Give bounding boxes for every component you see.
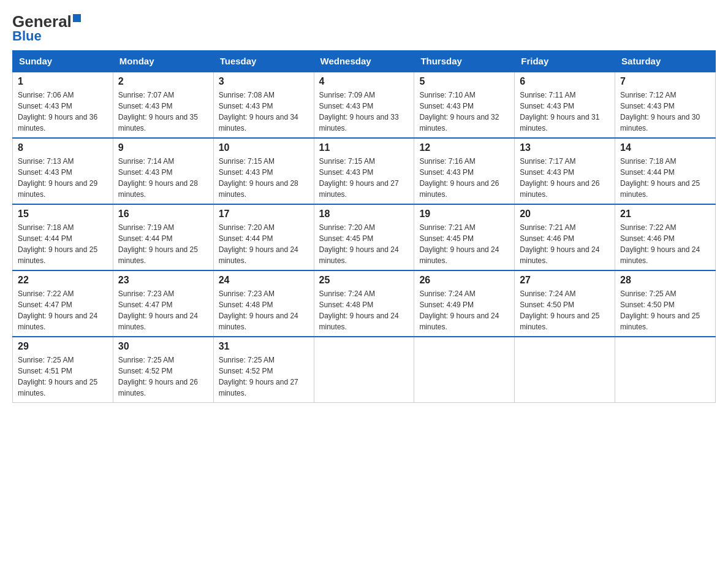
calendar-cell: 31Sunrise: 7:25 AMSunset: 4:52 PMDayligh… — [213, 337, 314, 403]
calendar-cell: 15Sunrise: 7:18 AMSunset: 4:44 PMDayligh… — [13, 204, 113, 270]
calendar-cell — [314, 337, 414, 403]
day-info: Sunrise: 7:15 AMSunset: 4:43 PMDaylight:… — [219, 156, 309, 200]
day-number: 15 — [18, 209, 108, 220]
day-info: Sunrise: 7:15 AMSunset: 4:43 PMDaylight:… — [319, 156, 409, 200]
calendar-cell: 11Sunrise: 7:15 AMSunset: 4:43 PMDayligh… — [314, 138, 414, 204]
day-info: Sunrise: 7:23 AMSunset: 4:47 PMDaylight:… — [118, 288, 208, 332]
calendar-cell: 6Sunrise: 7:11 AMSunset: 4:43 PMDaylight… — [515, 72, 615, 138]
day-number: 1 — [18, 76, 108, 87]
day-info: Sunrise: 7:22 AMSunset: 4:47 PMDaylight:… — [18, 288, 108, 332]
day-info: Sunrise: 7:12 AMSunset: 4:43 PMDaylight:… — [620, 90, 710, 134]
day-number: 23 — [118, 275, 208, 286]
calendar-cell: 19Sunrise: 7:21 AMSunset: 4:45 PMDayligh… — [414, 204, 515, 270]
week-row-4: 22Sunrise: 7:22 AMSunset: 4:47 PMDayligh… — [13, 270, 716, 337]
day-info: Sunrise: 7:24 AMSunset: 4:48 PMDaylight:… — [319, 288, 409, 332]
day-info: Sunrise: 7:24 AMSunset: 4:49 PMDaylight:… — [419, 288, 509, 332]
day-info: Sunrise: 7:21 AMSunset: 4:45 PMDaylight:… — [419, 222, 509, 266]
day-info: Sunrise: 7:10 AMSunset: 4:43 PMDaylight:… — [419, 90, 509, 134]
day-number: 7 — [620, 76, 710, 87]
logo[interactable]: General Blue — [12, 12, 81, 44]
day-info: Sunrise: 7:20 AMSunset: 4:44 PMDaylight:… — [219, 222, 309, 266]
calendar-cell: 12Sunrise: 7:16 AMSunset: 4:43 PMDayligh… — [414, 138, 515, 204]
day-info: Sunrise: 7:08 AMSunset: 4:43 PMDaylight:… — [219, 90, 309, 134]
day-number: 8 — [18, 142, 108, 153]
day-number: 5 — [419, 76, 509, 87]
calendar-cell: 22Sunrise: 7:22 AMSunset: 4:47 PMDayligh… — [13, 270, 113, 337]
day-info: Sunrise: 7:09 AMSunset: 4:43 PMDaylight:… — [319, 90, 409, 134]
week-row-1: 1Sunrise: 7:06 AMSunset: 4:43 PMDaylight… — [13, 72, 716, 138]
day-info: Sunrise: 7:18 AMSunset: 4:44 PMDaylight:… — [18, 222, 108, 266]
day-number: 3 — [219, 76, 309, 87]
day-info: Sunrise: 7:07 AMSunset: 4:43 PMDaylight:… — [118, 90, 208, 134]
day-number: 28 — [620, 275, 710, 286]
day-info: Sunrise: 7:18 AMSunset: 4:44 PMDaylight:… — [620, 156, 710, 200]
day-number: 14 — [620, 142, 710, 153]
calendar-cell: 20Sunrise: 7:21 AMSunset: 4:46 PMDayligh… — [515, 204, 615, 270]
day-number: 30 — [118, 341, 208, 352]
day-number: 12 — [419, 142, 509, 153]
day-number: 18 — [319, 209, 409, 220]
day-number: 2 — [118, 76, 208, 87]
day-info: Sunrise: 7:23 AMSunset: 4:48 PMDaylight:… — [219, 288, 309, 332]
calendar-cell: 7Sunrise: 7:12 AMSunset: 4:43 PMDaylight… — [615, 72, 716, 138]
day-info: Sunrise: 7:19 AMSunset: 4:44 PMDaylight:… — [118, 222, 208, 266]
column-header-thursday: Thursday — [414, 51, 515, 72]
calendar-cell: 29Sunrise: 7:25 AMSunset: 4:51 PMDayligh… — [13, 337, 113, 403]
day-info: Sunrise: 7:25 AMSunset: 4:50 PMDaylight:… — [620, 288, 710, 332]
day-number: 22 — [18, 275, 108, 286]
column-header-sunday: Sunday — [13, 51, 113, 72]
day-info: Sunrise: 7:11 AMSunset: 4:43 PMDaylight:… — [520, 90, 610, 134]
day-info: Sunrise: 7:25 AMSunset: 4:52 PMDaylight:… — [118, 354, 208, 399]
week-row-3: 15Sunrise: 7:18 AMSunset: 4:44 PMDayligh… — [13, 204, 716, 270]
day-info: Sunrise: 7:21 AMSunset: 4:46 PMDaylight:… — [520, 222, 610, 266]
column-header-monday: Monday — [113, 51, 213, 72]
logo-blue-text: Blue — [12, 28, 42, 44]
day-info: Sunrise: 7:16 AMSunset: 4:43 PMDaylight:… — [419, 156, 509, 200]
calendar-cell: 3Sunrise: 7:08 AMSunset: 4:43 PMDaylight… — [213, 72, 314, 138]
calendar-cell: 24Sunrise: 7:23 AMSunset: 4:48 PMDayligh… — [213, 270, 314, 337]
day-info: Sunrise: 7:25 AMSunset: 4:52 PMDaylight:… — [219, 354, 309, 399]
day-info: Sunrise: 7:22 AMSunset: 4:46 PMDaylight:… — [620, 222, 710, 266]
day-number: 24 — [219, 275, 309, 286]
calendar-cell: 17Sunrise: 7:20 AMSunset: 4:44 PMDayligh… — [213, 204, 314, 270]
day-number: 16 — [118, 209, 208, 220]
day-info: Sunrise: 7:17 AMSunset: 4:43 PMDaylight:… — [520, 156, 610, 200]
day-number: 26 — [419, 275, 509, 286]
day-number: 10 — [219, 142, 309, 153]
calendar-cell — [615, 337, 716, 403]
column-header-wednesday: Wednesday — [314, 51, 414, 72]
column-header-tuesday: Tuesday — [213, 51, 314, 72]
column-header-saturday: Saturday — [615, 51, 716, 72]
day-number: 6 — [520, 76, 610, 87]
day-number: 31 — [219, 341, 309, 352]
day-number: 20 — [520, 209, 610, 220]
calendar-cell: 30Sunrise: 7:25 AMSunset: 4:52 PMDayligh… — [113, 337, 213, 403]
calendar-cell: 13Sunrise: 7:17 AMSunset: 4:43 PMDayligh… — [515, 138, 615, 204]
calendar-cell: 9Sunrise: 7:14 AMSunset: 4:43 PMDaylight… — [113, 138, 213, 204]
day-number: 11 — [319, 142, 409, 153]
day-number: 17 — [219, 209, 309, 220]
column-header-friday: Friday — [515, 51, 615, 72]
day-number: 13 — [520, 142, 610, 153]
day-number: 21 — [620, 209, 710, 220]
calendar-cell: 27Sunrise: 7:24 AMSunset: 4:50 PMDayligh… — [515, 270, 615, 337]
calendar-cell: 21Sunrise: 7:22 AMSunset: 4:46 PMDayligh… — [615, 204, 716, 270]
calendar-cell: 1Sunrise: 7:06 AMSunset: 4:43 PMDaylight… — [13, 72, 113, 138]
calendar-table: SundayMondayTuesdayWednesdayThursdayFrid… — [12, 50, 716, 403]
calendar-cell: 18Sunrise: 7:20 AMSunset: 4:45 PMDayligh… — [314, 204, 414, 270]
calendar-cell: 16Sunrise: 7:19 AMSunset: 4:44 PMDayligh… — [113, 204, 213, 270]
day-number: 4 — [319, 76, 409, 87]
calendar-cell: 5Sunrise: 7:10 AMSunset: 4:43 PMDaylight… — [414, 72, 515, 138]
day-info: Sunrise: 7:20 AMSunset: 4:45 PMDaylight:… — [319, 222, 409, 266]
day-number: 19 — [419, 209, 509, 220]
calendar-cell: 26Sunrise: 7:24 AMSunset: 4:49 PMDayligh… — [414, 270, 515, 337]
calendar-cell: 14Sunrise: 7:18 AMSunset: 4:44 PMDayligh… — [615, 138, 716, 204]
day-number: 9 — [118, 142, 208, 153]
calendar-cell: 2Sunrise: 7:07 AMSunset: 4:43 PMDaylight… — [113, 72, 213, 138]
calendar-cell: 23Sunrise: 7:23 AMSunset: 4:47 PMDayligh… — [113, 270, 213, 337]
day-info: Sunrise: 7:24 AMSunset: 4:50 PMDaylight:… — [520, 288, 610, 332]
day-number: 29 — [18, 341, 108, 352]
calendar-cell — [414, 337, 515, 403]
day-info: Sunrise: 7:06 AMSunset: 4:43 PMDaylight:… — [18, 90, 108, 134]
calendar-cell: 4Sunrise: 7:09 AMSunset: 4:43 PMDaylight… — [314, 72, 414, 138]
